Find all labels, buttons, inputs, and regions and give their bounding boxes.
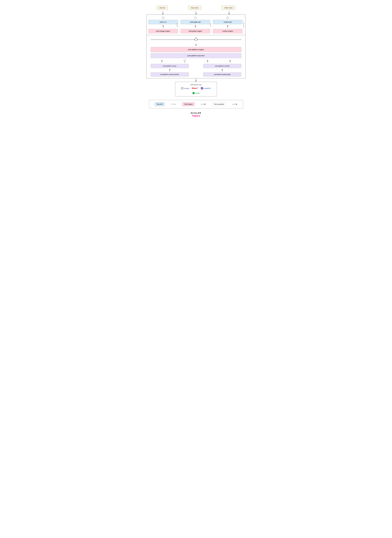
platform-section: junit-platform-engine junit-platform-lau… xyxy=(146,35,246,78)
thirdparty-circle xyxy=(227,17,229,19)
legend-lollipop xyxy=(171,103,176,105)
left-sub-col: junit-platform-runner junit-platform-sur… xyxy=(151,64,189,77)
thirdparty-col-label: 3rd party xyxy=(243,22,244,27)
arrow-line xyxy=(162,61,162,63)
arrow-head-up xyxy=(222,69,223,70)
arrow-line xyxy=(229,11,229,14)
arrow-line xyxy=(208,61,208,63)
vintage-col: junit 4.12 junit-vintage-engine xyxy=(148,17,179,33)
jupiter-api-box: junit-jupiter-api xyxy=(181,20,210,24)
arrow-head-up xyxy=(207,60,208,61)
arrow-line xyxy=(222,70,222,71)
top-labels-row: Old test New tests Other tests xyxy=(146,6,246,10)
svg-point-1 xyxy=(182,88,182,89)
convergence-area xyxy=(151,37,241,42)
eclipse-logo: eclipse xyxy=(181,87,189,90)
maven-logo: Maven™ xyxy=(192,87,199,89)
arrow-console-to-gradle xyxy=(222,69,223,71)
arrow-head-up xyxy=(163,25,164,26)
gradle-text: gradle xyxy=(195,92,200,94)
arrow-line xyxy=(230,61,230,63)
arrow-to-center2 xyxy=(207,60,208,63)
vintage-engine-box: junit-vintage-engine xyxy=(148,29,178,33)
scaler-logo: SCALER Topics xyxy=(191,112,201,117)
launcher-arrows xyxy=(151,60,241,63)
arrow-head-up xyxy=(229,60,231,61)
eclipse-icon xyxy=(181,87,184,90)
other-tests-label: Other tests xyxy=(222,6,235,10)
top-engines-box: junit 4.12 junit-vintage-engine junit-ju… xyxy=(146,14,246,35)
scaler-topics: Topics xyxy=(192,114,200,117)
left-arrow-line xyxy=(151,40,194,40)
simple-arrow-line xyxy=(232,104,236,104)
arrow-head-up xyxy=(227,25,229,26)
legend-launcher-box: Test Launcher xyxy=(212,102,226,106)
old-test-label: Old test xyxy=(157,6,168,10)
arrow-line xyxy=(228,26,228,28)
arrow-head-down xyxy=(195,81,197,82)
lollipop-circle xyxy=(171,103,172,105)
lollipop-line xyxy=(173,104,176,104)
arrow-head-up xyxy=(195,25,196,26)
platform-sub-boxes: junit-platform-runner junit-platform-sur… xyxy=(151,64,241,77)
ide-title: IDEs/build tools xyxy=(178,84,214,86)
legend-trailing-arrow xyxy=(232,103,237,105)
arrow-runner-to-surefire xyxy=(169,69,170,71)
jupiter-up-arrow xyxy=(195,25,196,28)
arrow-to-runner xyxy=(161,60,163,63)
svg-text:G: G xyxy=(193,93,194,94)
ide-logos: eclipse Maven™ J IntellijIDEA G gradle xyxy=(178,87,214,94)
intellij-text: IntellijIDEA xyxy=(204,88,211,89)
circle-to-engine-arrow xyxy=(195,44,197,46)
legend-simple-arrow xyxy=(201,103,206,105)
arrow-head-up xyxy=(169,69,170,70)
legend-test-launcher: Test Launcher xyxy=(212,102,226,106)
simple-arrow-line xyxy=(201,104,205,104)
legend-section: Test API Test Engine Test Launcher xyxy=(149,100,243,108)
arrow-new-tests xyxy=(195,11,197,14)
platform-runner-box: junit-platform-runner xyxy=(151,64,189,68)
simple-arrow-head xyxy=(236,103,237,105)
platform-engine-box: junit-platform-engine xyxy=(151,47,241,52)
arrow-head xyxy=(229,14,230,14)
top-arrows-row xyxy=(146,11,246,14)
legend-engine-box: Test Engine xyxy=(182,102,195,106)
right-arrow-line xyxy=(198,40,241,40)
jupiter-col-label: jupiter xyxy=(210,23,211,27)
arrow-other-tests xyxy=(229,11,230,14)
scaler-brand: SCALER xyxy=(191,112,201,114)
page-container: Old test New tests Other tests junit 4.1… xyxy=(144,2,248,122)
vintage-circle xyxy=(162,17,164,19)
eclipse-text: eclipse xyxy=(184,87,189,89)
intellij-icon: J xyxy=(201,87,203,89)
arrow-to-console xyxy=(229,60,231,63)
custom-engine-box: custom-engine xyxy=(213,29,243,33)
arrow-line xyxy=(185,61,185,63)
arrow-line xyxy=(163,11,163,14)
custom-api-box: custom-api xyxy=(213,20,243,24)
simple-arrow-head xyxy=(205,103,206,105)
legend-test-engine: Test Engine xyxy=(182,102,195,106)
right-sub-col: junit-platform-console junit-platform-gr… xyxy=(203,64,241,77)
jupiter-col: junit-jupiter-api junit-jupiter-engine xyxy=(181,17,211,33)
thirdparty-col: custom-api custom-engine xyxy=(213,17,244,33)
thirdparty-up-arrow xyxy=(227,25,229,28)
maven-text: Maven xyxy=(192,87,197,89)
intellij-logo: J IntellijIDEA xyxy=(201,87,211,89)
platform-launcher-box: junit-platform-launcher xyxy=(151,53,241,58)
gradle-plugin-box: junit-platform-gradle-plugin xyxy=(203,72,241,77)
arrow-line xyxy=(170,70,170,71)
jupiter-circle xyxy=(194,17,196,19)
central-circle xyxy=(195,38,197,41)
launcher-circle xyxy=(184,60,186,63)
maven-tm: ™ xyxy=(197,87,199,88)
arrow-head xyxy=(195,45,197,46)
platform-console-box: junit-platform-console xyxy=(203,64,241,68)
vintage-col-label: vintage xyxy=(177,23,178,27)
arrow-line xyxy=(163,26,163,28)
jupiter-engine-box: junit-jupiter-engine xyxy=(181,29,210,33)
arrow-head xyxy=(195,14,197,14)
arrow-line xyxy=(195,26,196,28)
arrow-head xyxy=(162,14,163,14)
legend-api-box: Test API xyxy=(155,102,164,106)
